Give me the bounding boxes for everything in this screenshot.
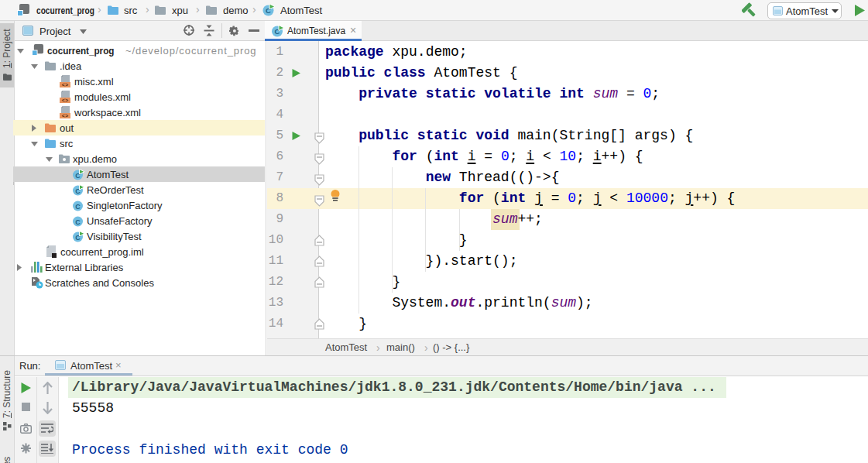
svg-text:C: C bbox=[75, 203, 81, 211]
svg-text:C: C bbox=[75, 218, 81, 226]
svg-text:<>: <> bbox=[62, 113, 68, 118]
svg-text:<>: <> bbox=[62, 82, 68, 87]
svg-text:<>: <> bbox=[62, 98, 68, 103]
